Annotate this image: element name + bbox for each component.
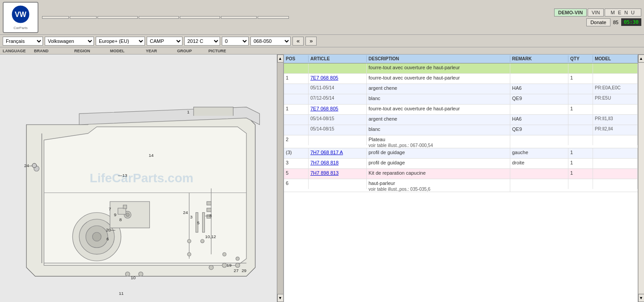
label-brand: BRAND — [34, 49, 74, 53]
svg-point-27 — [235, 263, 240, 268]
part-label-27: 27 — [233, 268, 238, 273]
table-body[interactable]: fourre-tout avec ouverture de haut-parle… — [284, 63, 638, 302]
part-label-6: 6 — [106, 236, 109, 241]
part-label-14: 14 — [149, 153, 154, 158]
toolbar-btn-7[interactable] — [258, 16, 289, 19]
svg-rect-10 — [207, 201, 211, 205]
cell-remark — [510, 169, 568, 179]
language-select[interactable]: Français English Deutsch — [3, 37, 43, 46]
toolbar-btn-2[interactable] — [70, 16, 97, 19]
table-row[interactable]: fourre-tout avec ouverture de haut-parle… — [284, 63, 638, 74]
table-row[interactable]: 2 Plateau voir table illust.,pos.: 067-0… — [284, 135, 638, 148]
part-label-10: 10 — [131, 275, 136, 280]
cell-pos: 5 — [284, 169, 309, 179]
donate-button[interactable]: Donate — [586, 18, 610, 26]
cell-article — [309, 63, 367, 73]
cell-pos: 3 — [284, 159, 309, 168]
labels-bar: LANGUAGE BRAND REGION MODEL YEAR GROUP P… — [0, 47, 644, 55]
group-select[interactable]: 0 1 2 — [222, 37, 249, 46]
svg-point-17 — [236, 257, 239, 260]
cell-model — [593, 179, 638, 189]
cell-model — [593, 159, 638, 168]
cell-description: Kit de reparation capucine — [367, 169, 510, 179]
donate-row: Donate 85 05:30 — [586, 18, 641, 26]
toolbar-btn-5[interactable] — [180, 16, 220, 19]
toolbar-btn-4[interactable] — [139, 16, 179, 19]
cell-model — [593, 74, 638, 84]
svg-text:VW: VW — [15, 11, 27, 18]
table-row[interactable]: 07/12-05/14 blanc QE9 PR:E5U — [284, 94, 638, 105]
cell-remark — [510, 135, 568, 145]
cell-article — [309, 179, 367, 189]
col-header-qty: QTY — [568, 55, 593, 62]
part-label-5: 5 — [197, 220, 200, 225]
table-scrollbar[interactable]: ▲ ▼ — [638, 55, 644, 302]
vin-button[interactable]: VIN — [588, 8, 604, 17]
cell-description: haut-parleur voir table illust.,pos.: 03… — [367, 179, 510, 192]
brand-select[interactable]: Volkswagen Audi Seat — [45, 37, 94, 46]
cell-qty — [568, 115, 593, 125]
cell-description: argent chene — [367, 84, 510, 94]
nav-prev-button[interactable]: « — [292, 37, 304, 46]
cell-qty — [568, 125, 593, 135]
table-row[interactable]: 05/11-05/14 argent chene HA6 PR:E0A,E0C — [284, 84, 638, 94]
cell-pos: (3) — [284, 148, 309, 158]
cell-description: profil de guidage — [367, 159, 510, 168]
table-row[interactable]: 3 7H7 068 818 profil de guidage droite 1 — [284, 159, 638, 169]
cell-remark: HA6 — [510, 84, 568, 94]
cell-remark — [510, 179, 568, 189]
picture-select[interactable]: 068-050 068-051 — [250, 37, 291, 46]
part-label-8b: —8 — [205, 213, 212, 218]
part-label-29: 29 — [242, 268, 246, 273]
year-select[interactable]: 2012 C 2011 2010 — [184, 37, 220, 46]
toolbar-btn-1[interactable] — [42, 16, 69, 19]
nav-next-button[interactable]: » — [305, 37, 317, 46]
part-label-7: 7 — [109, 206, 111, 211]
part-label-8: 8 — [119, 217, 122, 222]
table-scroll-down[interactable]: ▼ — [638, 294, 644, 302]
svg-point-13 — [187, 239, 191, 243]
cell-remark — [510, 105, 568, 114]
table-row[interactable]: 05/14-08/15 blanc QE9 PR:Il2,Il4 — [284, 125, 638, 135]
cell-pos — [284, 63, 309, 73]
table-scroll-up[interactable]: ▲ — [638, 55, 644, 63]
cell-pos — [284, 84, 309, 94]
toolbar-btn-6[interactable] — [221, 16, 257, 19]
cell-article: 05/14-08/15 — [309, 115, 367, 125]
diagram-scroll-up[interactable]: ▲ — [277, 55, 284, 63]
table-row[interactable]: 1 7E7 068 805 fourre-tout avec ouverture… — [284, 74, 638, 84]
count-display: 85 — [613, 20, 619, 25]
cell-description: Plateau voir table illust.,pos.: 067-000… — [367, 135, 510, 148]
table-row[interactable]: 5 7H7 898 813 Kit de reparation capucine… — [284, 169, 638, 179]
cell-qty — [568, 179, 593, 189]
region-select[interactable]: Europe+ (EU) USA — [96, 37, 145, 46]
table-row[interactable]: (3) 7H7 068 817 A profil de guidage gauc… — [284, 148, 638, 159]
part-label-13: —13 — [118, 173, 127, 178]
logo-box: VW CarParts — [3, 2, 38, 33]
svg-point-5 — [93, 232, 102, 241]
col-header-pos: POS — [284, 55, 309, 62]
svg-point-26 — [222, 263, 227, 268]
svg-rect-22 — [203, 213, 205, 232]
col-header-model: MODEL — [593, 55, 638, 62]
cell-description: fourre-tout avec ouverture de haut-parle… — [367, 105, 510, 114]
label-group: GROUP — [177, 49, 208, 53]
cell-description: blanc — [367, 125, 510, 135]
model-select[interactable]: CAMP GOLF POLO — [147, 37, 182, 46]
table-row[interactable]: 6 haut-parleur voir table illust.,pos.: … — [284, 179, 638, 192]
table-row[interactable]: 1 7E7 068 805 fourre-tout avec ouverture… — [284, 105, 638, 115]
toolbar-btn-3[interactable] — [97, 16, 138, 19]
demo-vin-button[interactable]: DEMO-VIN — [554, 8, 587, 17]
part-label-1012: 10,12 — [205, 234, 216, 239]
cell-remark — [510, 74, 568, 84]
svg-rect-20 — [123, 205, 127, 209]
table-row[interactable]: 05/14-08/15 argent chene HA6 PR:Il1,Il3 — [284, 115, 638, 125]
svg-point-28 — [32, 164, 37, 168]
col-header-remark: REMARK — [510, 55, 568, 62]
menu-button[interactable]: M E N U — [605, 8, 641, 17]
top-bar: VW CarParts DEMO-VIN VIN M E N U Donate … — [0, 0, 644, 35]
cell-description: fourre-tout avec ouverture de haut-parle… — [367, 63, 510, 73]
cell-pos — [284, 115, 309, 125]
diagram-scroll-down[interactable]: ▼ — [277, 294, 284, 302]
filter-bar: Français English Deutsch Volkswagen Audi… — [0, 35, 644, 47]
